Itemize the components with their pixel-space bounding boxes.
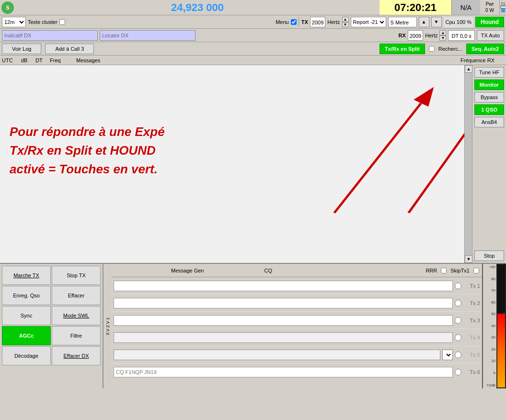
marche-tx-button[interactable]: Marche TX [2, 266, 51, 285]
agcc-button[interactable]: AGCc [2, 326, 51, 345]
filtre-button[interactable]: Filtre [52, 326, 101, 345]
tx-row-1: Tx 1 [112, 277, 482, 295]
skip-tx1-checkbox[interactable] [473, 268, 479, 273]
tx-row-3: Tx 3 [112, 312, 482, 329]
decodage-button[interactable]: Décodage [2, 346, 51, 365]
s-metre-input[interactable]: S Metre [388, 17, 417, 27]
signal-meter: +90 80 70 60 50 40 30 20 10 0 72dB [482, 264, 506, 388]
tx5-label[interactable]: Tx 5 [463, 352, 480, 358]
sync-button[interactable]: Sync [2, 306, 51, 325]
scroll-down-btn[interactable]: ▼ [465, 255, 472, 263]
meter-label-40: 40 [484, 324, 495, 328]
col-freq-rx: Fréquence RX [427, 57, 504, 63]
tx1-label[interactable]: Tx 1 [463, 283, 480, 289]
dt-label: DT 0,0 s [448, 30, 474, 41]
effacer-dx-button[interactable]: Effacer DX [52, 346, 101, 365]
rrr-checkbox[interactable] [441, 268, 447, 273]
tx6-label[interactable]: Tx 6 [463, 369, 480, 375]
monitor-button[interactable]: Monitor [474, 79, 504, 90]
add-call3-btn[interactable]: Add à Call 3 [45, 44, 94, 54]
freq-down-btn[interactable]: ▼ [431, 17, 442, 27]
left-controls: Marche TX Stop TX Enreg. Qso Effacer Syn… [0, 264, 103, 388]
tx-auto-button[interactable]: TX Auto [477, 30, 504, 41]
meter-label-90: +90 [484, 265, 495, 269]
tx5-input[interactable] [114, 350, 440, 360]
col-utc: UTC [2, 57, 21, 63]
tx2-label[interactable]: Tx 2 [463, 300, 480, 306]
pwr-display: Pwr 0 W [480, 0, 499, 15]
meter-label-30: 30 [484, 335, 495, 340]
tx-freq-spin[interactable]: ▲ ▼ [342, 17, 349, 27]
tx1-radio[interactable] [455, 283, 461, 289]
main-instruction-text: Pour répondre à une Expé Tx/Rx en Split … [10, 123, 165, 179]
scroll-up-btn[interactable]: ▲ [465, 65, 472, 73]
indicatif-dx-field[interactable]: Indicatif DX [2, 30, 98, 41]
meter-label-70: 70 [484, 288, 495, 293]
rx-unit: Hertz [425, 33, 437, 38]
recherche-checkbox[interactable] [429, 46, 435, 52]
seq-auto2-button[interactable]: Seq. Auto2 [466, 44, 504, 54]
rx-freq: 2009 [408, 30, 423, 41]
tx-row-6: Tx 6 [112, 363, 482, 381]
rx-freq-spin[interactable]: ▲ ▼ [439, 30, 446, 41]
meter-label-0: 0 [484, 371, 495, 375]
tx-label: TX [301, 19, 308, 25]
menu-checkbox[interactable] [291, 19, 297, 25]
effacer-button[interactable]: Effacer [52, 286, 101, 305]
frequency-display: 24,923 000 [15, 0, 380, 15]
tx5-radio[interactable] [455, 352, 461, 358]
tx4-radio[interactable] [455, 334, 461, 341]
ansb4-button[interactable]: AnsB4 [474, 117, 504, 127]
tx3-label[interactable]: Tx 3 [463, 318, 480, 323]
tx3-radio[interactable] [455, 317, 461, 324]
meter-label-50: 50 [484, 312, 495, 316]
side-label: 3 V 2 V 1 [103, 264, 112, 388]
report-select[interactable]: Report -21 [351, 17, 386, 27]
split-button[interactable]: Tx/Rx en Split [380, 44, 425, 54]
tx-unit: Hertz [327, 19, 340, 25]
pwr-slider[interactable] [499, 0, 506, 15]
mode-swl-button[interactable]: Mode SWL [52, 306, 101, 325]
tx3-input[interactable] [114, 315, 453, 326]
svg-line-1 [409, 91, 464, 213]
svg-line-0 [334, 103, 421, 213]
enreg-qso-button[interactable]: Enreg. Qso [2, 286, 51, 305]
col-db: dB [21, 57, 35, 63]
rx-label: RX [398, 33, 405, 38]
right-panel: Tune HF Monitor Bypass 1 QSO AnsB4 Stop [472, 65, 506, 263]
cluster-checkbox[interactable] [59, 19, 65, 25]
hound-button[interactable]: Hound [475, 17, 504, 27]
tx5-dropdown[interactable] [442, 350, 453, 360]
tx-row-5: Tx 5 [112, 346, 482, 363]
tx4-input[interactable] [114, 332, 453, 343]
tx-area: Message Gen CQ RRR SkipTx1 Tx 1 Tx 2 [112, 264, 482, 388]
stop-right-button[interactable]: Stop [474, 250, 504, 261]
clock-display: 07:20:21 [380, 0, 451, 15]
msg-gen-label: Message Gen [115, 268, 260, 273]
tx6-radio[interactable] [455, 369, 461, 375]
cq-label: CQ [264, 268, 272, 273]
locator-dx-field[interactable]: Locator DX [100, 30, 196, 41]
one-qso-button[interactable]: 1 QSO [474, 104, 504, 115]
tx4-label[interactable]: Tx 4 [463, 335, 480, 341]
bypass-button[interactable]: Bypass [474, 92, 504, 102]
stop-tx-button[interactable]: Stop TX [52, 266, 101, 285]
tx6-input[interactable] [114, 367, 453, 377]
waterfall-area[interactable]: Pour répondre à une Expé Tx/Rx en Split … [0, 65, 465, 263]
menu-label: Menu [276, 19, 289, 25]
waterfall-scrollbar[interactable]: ▲ ▼ [465, 65, 472, 263]
tx1-input[interactable] [114, 281, 453, 291]
freq-up-btn[interactable]: ▲ [419, 17, 429, 27]
tune-hf-button[interactable]: Tune HF [474, 67, 504, 78]
meter-label-60: 60 [484, 300, 495, 305]
recherche-label: Recherc... [438, 46, 462, 52]
meter-db-label: 72dB [484, 383, 495, 387]
col-dt: DT [35, 57, 50, 63]
cpu-label: Cpu 100 % [444, 17, 473, 27]
tx2-radio[interactable] [455, 300, 461, 306]
cluster-label: Texte cluster [28, 19, 58, 25]
voir-log-btn[interactable]: Voir Log [2, 44, 41, 54]
band-select[interactable]: 12m [2, 17, 26, 27]
tx2-input[interactable] [114, 298, 453, 308]
col-freq: Freq [50, 57, 76, 63]
